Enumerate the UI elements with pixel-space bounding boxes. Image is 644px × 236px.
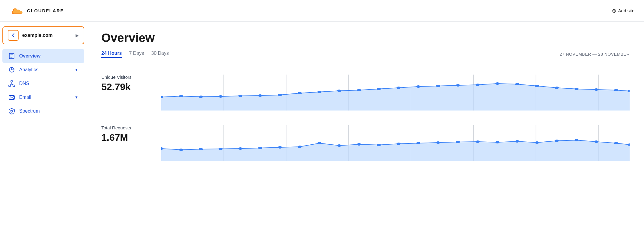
unique-visitors-info: Unique Visitors 52.79k (101, 75, 149, 93)
tab-24h[interactable]: 24 Hours (101, 51, 122, 58)
svg-point-76 (535, 141, 539, 144)
back-arrow-icon (10, 33, 16, 38)
svg-point-69 (396, 143, 401, 145)
svg-point-42 (495, 82, 499, 85)
svg-point-38 (416, 85, 420, 88)
cloudflare-logo-icon (10, 5, 24, 16)
svg-point-46 (574, 88, 579, 90)
sidebar-item-email[interactable]: Email ▼ (2, 90, 84, 104)
svg-point-28 (219, 95, 223, 98)
svg-point-80 (614, 142, 618, 144)
sidebar-item-spectrum[interactable]: Spectrum (2, 104, 84, 118)
svg-point-64 (298, 146, 302, 148)
svg-point-41 (476, 84, 480, 86)
page-title: Overview (101, 31, 630, 45)
svg-point-36 (377, 88, 381, 90)
svg-point-70 (416, 142, 420, 144)
sidebar-item-label-dns: DNS (19, 81, 78, 86)
svg-point-30 (258, 94, 262, 97)
svg-rect-7 (9, 85, 10, 87)
svg-point-48 (614, 89, 618, 91)
back-icon-wrap (8, 30, 19, 41)
svg-point-72 (456, 141, 460, 143)
svg-point-32 (298, 92, 302, 94)
sidebar-item-label-spectrum: Spectrum (19, 108, 78, 114)
overview-icon (8, 53, 15, 59)
svg-point-37 (396, 87, 401, 89)
svg-point-34 (337, 90, 341, 92)
total-requests-info: Total Requests 1.67M (101, 125, 149, 143)
sidebar-item-analytics[interactable]: Analytics ▼ (2, 63, 84, 77)
unique-visitors-chart (161, 75, 630, 111)
logo-text: CLOUDFLARE (27, 8, 64, 13)
email-expand-icon: ▼ (75, 95, 78, 99)
svg-point-66 (337, 144, 341, 147)
svg-point-71 (436, 141, 440, 144)
svg-point-75 (515, 140, 519, 143)
tab-30d[interactable]: 30 Days (151, 51, 169, 58)
svg-point-58 (179, 149, 183, 151)
email-icon (8, 94, 15, 101)
svg-line-17 (12, 110, 13, 111)
svg-rect-8 (13, 85, 15, 87)
svg-point-35 (357, 89, 361, 91)
sidebar-item-overview[interactable]: Overview (2, 49, 84, 63)
svg-point-31 (278, 94, 282, 96)
svg-point-29 (238, 95, 243, 97)
svg-line-11 (12, 84, 14, 85)
svg-point-33 (318, 91, 322, 93)
svg-point-74 (495, 141, 499, 143)
svg-point-40 (456, 84, 460, 87)
total-requests-label: Total Requests (101, 125, 149, 130)
analytics-expand-icon: ▼ (75, 68, 78, 72)
add-site-button[interactable]: ⊕ Add site (612, 7, 634, 14)
metrics-section: Unique Visitors 52.79k (101, 67, 630, 168)
spectrum-icon (8, 108, 15, 114)
svg-point-79 (594, 140, 598, 143)
svg-point-59 (199, 148, 203, 150)
svg-point-77 (555, 140, 559, 142)
svg-point-26 (179, 95, 183, 97)
svg-point-73 (476, 140, 480, 143)
sidebar-item-label-analytics: Analytics (19, 67, 70, 72)
header: CLOUDFLARE ⊕ Add site (0, 0, 644, 22)
site-name: example.com (22, 33, 72, 38)
svg-point-44 (535, 85, 539, 87)
unique-visitors-chart-svg (161, 75, 630, 111)
svg-point-60 (219, 148, 223, 150)
svg-line-10 (10, 84, 12, 85)
svg-point-67 (357, 143, 361, 146)
sidebar: example.com ▶ Overview Analytics ▼ (0, 22, 87, 236)
sidebar-item-label-overview: Overview (19, 53, 78, 59)
tab-7d[interactable]: 7 Days (129, 51, 144, 58)
sidebar-item-label-email: Email (19, 95, 70, 100)
main-layout: example.com ▶ Overview Analytics ▼ (0, 22, 644, 236)
time-tabs-bar: 24 Hours 7 Days 30 Days 27 NOVEMBER — 28… (101, 51, 630, 58)
unique-visitors-block: Unique Visitors 52.79k (101, 67, 630, 118)
logo: CLOUDFLARE (10, 5, 64, 16)
svg-point-61 (238, 147, 243, 150)
date-range: 27 NOVEMBER — 28 NOVEMBER (560, 52, 630, 57)
chevron-right-icon: ▶ (76, 33, 79, 38)
plus-icon: ⊕ (612, 7, 616, 14)
svg-point-62 (258, 147, 262, 149)
site-selector[interactable]: example.com ▶ (2, 26, 84, 44)
total-requests-chart (161, 125, 630, 161)
add-site-label: Add site (618, 8, 634, 13)
main-content: Overview 24 Hours 7 Days 30 Days 27 NOVE… (87, 22, 644, 236)
svg-point-63 (278, 146, 282, 149)
total-requests-chart-svg (161, 125, 630, 161)
svg-line-16 (10, 110, 11, 111)
svg-point-78 (574, 139, 579, 141)
svg-point-68 (377, 144, 381, 146)
svg-point-47 (594, 88, 598, 91)
svg-point-65 (318, 142, 322, 144)
sidebar-item-dns[interactable]: DNS (2, 77, 84, 90)
svg-point-39 (436, 85, 440, 87)
unique-visitors-value: 52.79k (101, 81, 149, 93)
svg-point-45 (555, 87, 559, 89)
total-requests-value: 1.67M (101, 132, 149, 143)
total-requests-block: Total Requests 1.67M (101, 118, 630, 168)
dns-icon (8, 80, 15, 87)
unique-visitors-label: Unique Visitors (101, 75, 149, 80)
